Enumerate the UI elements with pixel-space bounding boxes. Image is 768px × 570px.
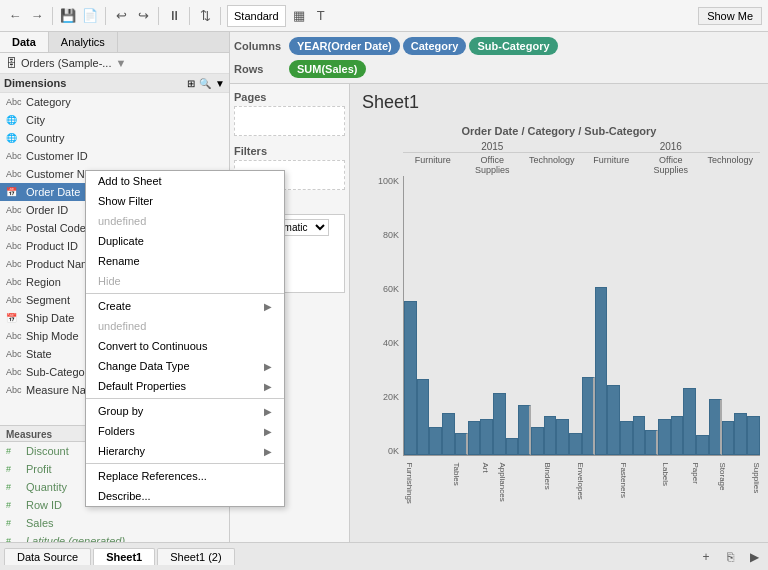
bar[interactable] — [734, 413, 747, 455]
year-2016: 2016 — [582, 141, 761, 153]
pause-icon[interactable]: ⏸ — [165, 7, 183, 25]
fit-icon[interactable]: ▦ — [290, 7, 308, 25]
abc-icon: Abc — [6, 259, 24, 269]
bar[interactable] — [658, 419, 671, 455]
menu-item[interactable]: Rename — [86, 251, 284, 271]
menu-item[interactable]: Group by▶ — [86, 401, 284, 421]
measure-field[interactable]: #Latitude (generated) — [0, 532, 229, 542]
menu-item[interactable]: Add to Sheet — [86, 171, 284, 191]
add-sheet-icon[interactable]: + — [696, 547, 716, 567]
tab-sheet2[interactable]: Sheet1 (2) — [157, 548, 234, 565]
x-label: Appliances — [496, 458, 541, 518]
abc-icon: Abc — [6, 295, 24, 305]
y-60k: 60K — [383, 284, 399, 294]
bar[interactable] — [633, 416, 646, 455]
bar[interactable] — [620, 421, 633, 455]
hash-icon: # — [6, 518, 24, 528]
submenu-arrow: ▶ — [264, 426, 272, 437]
duplicate-sheet-icon[interactable]: ⎘ — [720, 547, 740, 567]
globe-icon: 🌐 — [6, 115, 24, 125]
bar[interactable] — [404, 301, 417, 455]
menu-separator — [86, 463, 284, 464]
datasource-name[interactable]: 🗄 Orders (Sample-... ▼ — [6, 57, 223, 69]
bar[interactable] — [506, 438, 519, 455]
bar[interactable] — [556, 419, 569, 455]
bar[interactable] — [429, 427, 442, 455]
present-icon[interactable]: ▶ — [744, 547, 764, 567]
options-icon[interactable]: ▼ — [215, 78, 225, 89]
menu-item[interactable]: Duplicate — [86, 231, 284, 251]
bar[interactable] — [709, 399, 722, 455]
dimension-field[interactable]: 🌐Country — [0, 129, 229, 147]
bar[interactable] — [480, 419, 493, 455]
bar[interactable] — [696, 435, 709, 455]
tab-data-source[interactable]: Data Source — [4, 548, 91, 565]
bar[interactable] — [468, 421, 481, 455]
column-pill[interactable]: Sub-Category — [469, 37, 557, 55]
dimension-field[interactable]: AbcCustomer ID — [0, 147, 229, 165]
tab-data[interactable]: Data — [0, 32, 49, 52]
calendar-icon: 📅 — [6, 187, 24, 197]
label-icon[interactable]: T — [312, 7, 330, 25]
menu-item[interactable]: Create▶ — [86, 296, 284, 316]
column-pill[interactable]: YEAR(Order Date) — [289, 37, 400, 55]
bar[interactable] — [595, 287, 608, 455]
redo-icon[interactable]: ↪ — [134, 7, 152, 25]
undo-icon[interactable]: ↩ — [112, 7, 130, 25]
bar[interactable] — [747, 416, 760, 455]
save-icon[interactable]: 💾 — [59, 7, 77, 25]
bar[interactable] — [569, 433, 582, 455]
filters-title: Filters — [234, 142, 345, 160]
search-dim-icon[interactable]: 🔍 — [199, 78, 211, 89]
row-pill[interactable]: SUM(Sales) — [289, 60, 366, 78]
menu-item[interactable]: Default Properties▶ — [86, 376, 284, 396]
dimension-field[interactable]: 🌐City — [0, 111, 229, 129]
menu-item[interactable]: Folders▶ — [86, 421, 284, 441]
standard-dropdown[interactable]: Standard — [227, 5, 286, 27]
bar[interactable] — [683, 388, 696, 455]
bar[interactable] — [607, 385, 620, 455]
toolbar-sep-2 — [105, 7, 106, 25]
category-labels: Furniture Office Supplies Technology Fur… — [403, 155, 760, 175]
x-label: Storage — [716, 458, 750, 518]
tab-sheet1[interactable]: Sheet1 — [93, 548, 155, 565]
menu-item[interactable]: Show Filter — [86, 191, 284, 211]
menu-item[interactable]: Replace References... — [86, 466, 284, 486]
nav-back-icon[interactable]: ← — [6, 7, 24, 25]
column-pill[interactable]: Category — [403, 37, 467, 55]
abc-icon: Abc — [6, 151, 24, 161]
y-0k: 0K — [388, 446, 399, 456]
bar[interactable] — [531, 427, 544, 455]
rows-pills: SUM(Sales) — [289, 60, 369, 78]
nav-forward-icon[interactable]: → — [28, 7, 46, 25]
bar[interactable] — [582, 377, 595, 455]
bar[interactable] — [518, 405, 531, 455]
bar[interactable] — [493, 393, 506, 455]
swap-icon[interactable]: ⇅ — [196, 7, 214, 25]
toolbar-sep-1 — [52, 7, 53, 25]
menu-item[interactable]: Describe... — [86, 486, 284, 506]
bar[interactable] — [671, 416, 684, 455]
menu-item[interactable]: Convert to Continuous — [86, 336, 284, 356]
menu-item[interactable]: Hierarchy▶ — [86, 441, 284, 461]
measure-field[interactable]: #Sales — [0, 514, 229, 532]
sort-icon[interactable]: ⊞ — [187, 78, 195, 89]
bar[interactable] — [442, 413, 455, 455]
tab-analytics[interactable]: Analytics — [49, 32, 118, 52]
new-icon[interactable]: 📄 — [81, 7, 99, 25]
columns-shelf: Columns YEAR(Order Date)CategorySub-Cate… — [234, 35, 764, 57]
bar[interactable] — [455, 433, 468, 455]
submenu-arrow: ▶ — [264, 301, 272, 312]
bar[interactable] — [645, 430, 658, 455]
show-me-label: Show Me — [707, 10, 753, 22]
bar[interactable] — [722, 421, 735, 455]
hash-icon: # — [6, 500, 24, 510]
bar[interactable] — [544, 416, 557, 455]
dimension-field[interactable]: AbcCategory — [0, 93, 229, 111]
content-panel: Columns YEAR(Order Date)CategorySub-Cate… — [230, 32, 768, 542]
menu-item[interactable]: Change Data Type▶ — [86, 356, 284, 376]
sheet-title: Sheet1 — [350, 84, 768, 117]
pages-title: Pages — [234, 88, 345, 106]
show-me-button[interactable]: Show Me — [698, 7, 762, 25]
bar[interactable] — [417, 379, 430, 455]
